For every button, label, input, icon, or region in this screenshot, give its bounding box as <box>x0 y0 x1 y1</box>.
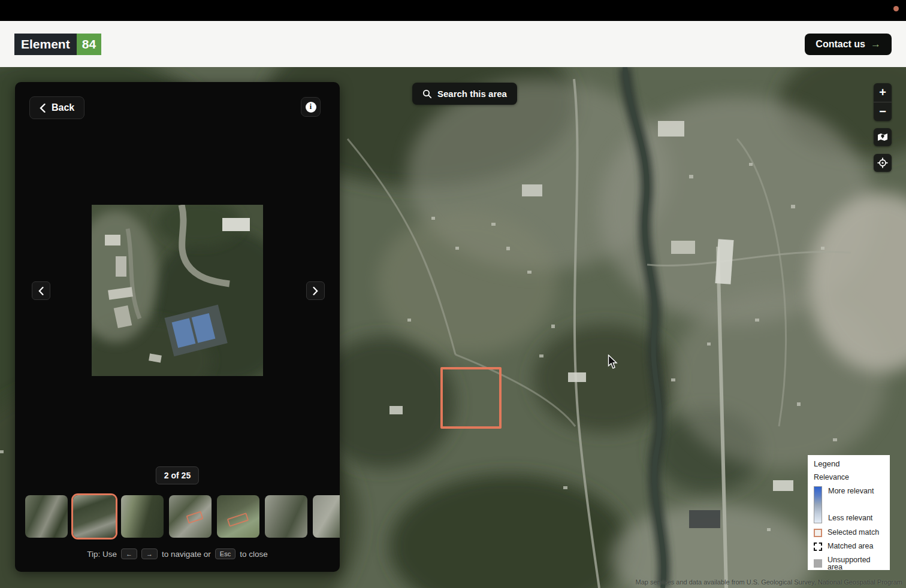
arrow-right-icon: → <box>871 38 881 50</box>
preview-imagery <box>92 205 263 376</box>
legend-relevance-label: Relevance <box>814 474 884 481</box>
search-icon <box>422 89 432 99</box>
site-header: Element 84 Contact us → <box>0 21 906 67</box>
next-image-button[interactable] <box>306 281 325 300</box>
search-this-area-label: Search this area <box>437 89 507 99</box>
thumbnail-4[interactable] <box>169 495 212 538</box>
zoom-out-button[interactable]: − <box>874 102 892 121</box>
contact-us-label: Contact us <box>816 39 865 50</box>
selected-match-swatch <box>814 529 822 537</box>
plus-icon: + <box>879 86 886 99</box>
thumbnail-2-selected[interactable] <box>73 495 116 538</box>
back-label: Back <box>52 102 74 113</box>
arrow-right-key: → <box>141 548 158 559</box>
thumbnail-5[interactable] <box>217 495 259 538</box>
zoom-control-group: + − <box>874 83 892 121</box>
matched-area-label: Matched area <box>828 542 873 550</box>
thumbnail-strip <box>25 495 340 538</box>
selected-match-label: Selected match <box>828 529 879 537</box>
preview-image <box>92 205 263 376</box>
map-legend: Legend Relevance More relevant Less rele… <box>808 455 890 570</box>
info-icon: i <box>306 102 316 113</box>
tip-suffix: to close <box>240 550 268 559</box>
minus-icon: − <box>879 105 886 118</box>
zoom-in-button[interactable]: + <box>874 83 892 102</box>
thumbnail-7[interactable] <box>313 495 340 538</box>
contact-us-button[interactable]: Contact us → <box>805 34 892 55</box>
info-button[interactable]: i <box>301 97 321 117</box>
element84-logo[interactable]: Element 84 <box>14 34 101 55</box>
search-this-area-button[interactable]: Search this area <box>412 83 517 105</box>
legend-title: Legend <box>814 460 884 468</box>
chevron-left-icon <box>40 104 46 113</box>
relevance-mark <box>227 513 249 527</box>
chevron-left-icon <box>38 287 44 295</box>
relevance-mark <box>186 511 203 523</box>
relevance-gradient-bar <box>814 486 822 523</box>
tip-prefix: Tip: Use <box>87 550 117 559</box>
logo-wordmark: Element <box>14 34 77 55</box>
mouse-cursor <box>608 354 618 370</box>
more-relevant-label: More relevant <box>828 487 874 495</box>
esc-key: Esc <box>215 548 235 559</box>
keyboard-tip: Tip: Use ← → to navigate or Esc to close <box>15 548 340 559</box>
recording-indicator-dot <box>893 6 899 11</box>
tip-middle: to navigate or <box>162 550 211 559</box>
unsupported-area-label: Unsupported area <box>828 556 884 571</box>
unsupported-area-swatch <box>814 559 822 568</box>
less-relevant-label: Less relevant <box>828 514 874 522</box>
chevron-right-icon <box>313 287 318 295</box>
map-attribution: Map services and data available from U.S… <box>635 578 902 586</box>
thumbnail-6[interactable] <box>265 495 307 538</box>
image-viewer-panel: Back i <box>15 82 340 572</box>
map-layers-icon <box>877 132 888 142</box>
thumbnail-1[interactable] <box>25 495 68 538</box>
selected-match-rectangle[interactable] <box>440 367 502 429</box>
logo-badge-84: 84 <box>77 34 101 55</box>
thumbnail-3[interactable] <box>121 495 164 538</box>
arrow-left-key: ← <box>121 548 137 559</box>
matched-area-swatch <box>814 542 822 551</box>
back-button[interactable]: Back <box>29 96 84 119</box>
locate-me-button[interactable] <box>874 154 892 172</box>
crosshair-locate-icon <box>877 157 888 168</box>
basemap-layers-button[interactable] <box>874 128 892 146</box>
top-black-bar <box>0 0 906 21</box>
image-counter-badge: 2 of 25 <box>156 466 199 484</box>
previous-image-button[interactable] <box>32 281 50 300</box>
